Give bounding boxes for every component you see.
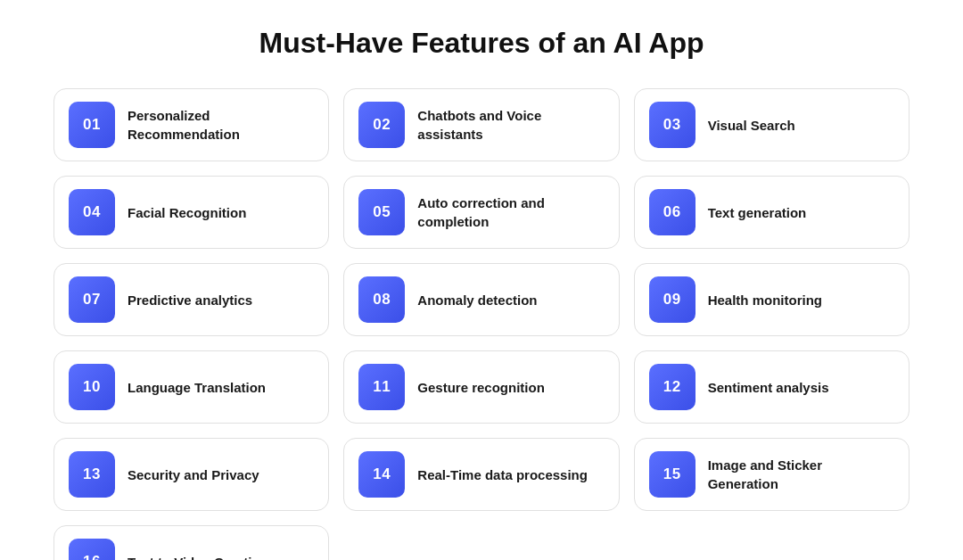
feature-card-01: 01Personalized Recommendation	[54, 88, 329, 161]
feature-number-06: 06	[649, 189, 696, 235]
feature-label-03: Visual Search	[708, 116, 795, 135]
feature-number-12: 12	[649, 364, 696, 410]
feature-label-16: Text to Video Creation	[128, 553, 268, 561]
feature-label-10: Language Translation	[128, 378, 266, 397]
feature-card-16: 16Text to Video Creation	[54, 525, 329, 560]
feature-number-11: 11	[358, 364, 405, 410]
feature-label-15: Image and Sticker Generation	[708, 456, 894, 493]
feature-card-06: 06Text generation	[634, 176, 910, 249]
feature-card-05: 05Auto correction and completion	[343, 176, 619, 249]
feature-card-07: 07Predictive analytics	[54, 263, 329, 336]
feature-card-03: 03Visual Search	[634, 88, 910, 161]
feature-label-06: Text generation	[708, 203, 807, 222]
feature-number-16: 16	[69, 539, 115, 560]
feature-number-08: 08	[358, 276, 405, 323]
feature-label-14: Real-Time data processing	[417, 465, 588, 484]
page-title: Must-Have Features of an AI App	[259, 27, 704, 60]
feature-card-10: 10Language Translation	[54, 350, 329, 424]
feature-label-04: Facial Recognition	[128, 203, 246, 222]
feature-card-13: 13Security and Privacy	[54, 438, 329, 511]
feature-number-07: 07	[69, 276, 115, 323]
feature-number-04: 04	[69, 189, 115, 235]
feature-number-05: 05	[358, 189, 405, 235]
feature-label-01: Personalized Recommendation	[128, 106, 314, 144]
feature-number-14: 14	[358, 451, 405, 498]
feature-number-09: 09	[649, 276, 696, 323]
feature-card-14: 14Real-Time data processing	[343, 438, 619, 511]
feature-label-07: Predictive analytics	[128, 291, 252, 309]
feature-number-15: 15	[649, 451, 696, 498]
feature-card-12: 12Sentiment analysis	[634, 350, 910, 424]
feature-label-08: Anomaly detection	[417, 291, 537, 309]
feature-label-13: Security and Privacy	[128, 465, 259, 484]
feature-number-13: 13	[69, 451, 115, 498]
feature-card-15: 15Image and Sticker Generation	[634, 438, 910, 511]
feature-label-09: Health monitoring	[708, 291, 822, 309]
feature-card-11: 11Gesture recognition	[343, 350, 619, 424]
feature-number-03: 03	[649, 102, 696, 148]
feature-card-08: 08Anomaly detection	[343, 263, 619, 336]
feature-label-11: Gesture recognition	[417, 378, 545, 397]
feature-card-02: 02Chatbots and Voice assistants	[343, 88, 619, 161]
feature-number-02: 02	[358, 102, 405, 148]
feature-card-04: 04Facial Recognition	[54, 176, 329, 249]
feature-card-09: 09Health monitoring	[634, 263, 910, 336]
feature-number-01: 01	[69, 102, 115, 148]
feature-label-12: Sentiment analysis	[708, 378, 829, 397]
feature-label-02: Chatbots and Voice assistants	[417, 106, 604, 144]
features-grid: 01Personalized Recommendation02Chatbots …	[54, 88, 910, 560]
feature-number-10: 10	[69, 364, 115, 410]
feature-label-05: Auto correction and completion	[417, 194, 604, 231]
